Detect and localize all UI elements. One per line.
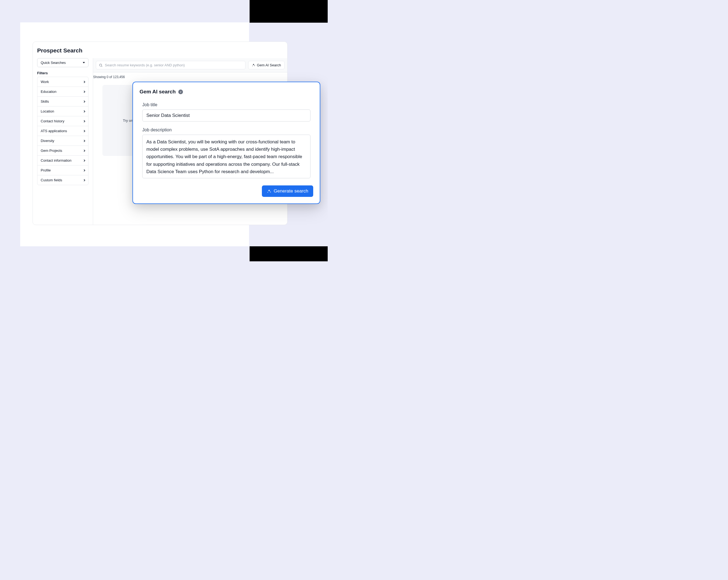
job-description-textarea[interactable]: As a Data Scientist, you will be working… bbox=[142, 135, 310, 178]
results-count: Showing 0 of 123,456 bbox=[93, 72, 287, 82]
filter-label: Contact information bbox=[41, 158, 72, 162]
job-title-group: Job title bbox=[139, 102, 313, 122]
search-input[interactable] bbox=[105, 63, 242, 67]
info-icon[interactable]: i bbox=[178, 89, 183, 94]
job-title-input[interactable] bbox=[142, 109, 310, 122]
decorative-bar-top bbox=[250, 0, 328, 23]
filter-label: Location bbox=[41, 109, 54, 113]
decorative-bar-bottom bbox=[250, 246, 328, 261]
chevron-right-icon bbox=[83, 179, 85, 181]
filter-item-education[interactable]: Education bbox=[37, 87, 88, 97]
filter-item-custom-fields[interactable]: Custom fields bbox=[37, 175, 88, 185]
filter-item-ats-applications[interactable]: ATS applications bbox=[37, 126, 88, 136]
filter-item-diversity[interactable]: Diversity bbox=[37, 136, 88, 146]
filter-item-contact-information[interactable]: Contact information bbox=[37, 156, 88, 165]
chevron-right-icon bbox=[83, 110, 85, 112]
filter-item-contact-history[interactable]: Contact history bbox=[37, 116, 88, 126]
chevron-right-icon bbox=[83, 90, 85, 93]
generate-button-label: Generate search bbox=[274, 188, 308, 194]
filter-label: ATS applications bbox=[41, 129, 67, 133]
filters-list: Work Education Skills Location Contact h… bbox=[37, 77, 88, 185]
generate-search-button[interactable]: Generate search bbox=[262, 185, 313, 197]
chevron-right-icon bbox=[83, 120, 85, 122]
chevron-right-icon bbox=[83, 149, 85, 152]
chevron-right-icon bbox=[83, 81, 85, 83]
filter-label: Custom fields bbox=[41, 178, 62, 182]
quick-searches-label: Quick Searches bbox=[41, 61, 66, 65]
ai-search-label: Gem AI Search bbox=[257, 63, 281, 67]
filter-label: Skills bbox=[41, 99, 49, 104]
filter-item-profile[interactable]: Profile bbox=[37, 165, 88, 175]
filter-item-work[interactable]: Work bbox=[37, 77, 88, 87]
filter-item-location[interactable]: Location bbox=[37, 106, 88, 116]
filter-label: Diversity bbox=[41, 139, 54, 143]
sidebar: Quick Searches Filters Work Education Sk… bbox=[33, 58, 93, 225]
placeholder-text: Try on bbox=[123, 118, 133, 123]
search-input-wrapper[interactable] bbox=[96, 61, 245, 69]
filter-label: Work bbox=[41, 80, 49, 84]
chevron-right-icon bbox=[83, 130, 85, 132]
job-description-label: Job description bbox=[142, 128, 310, 132]
modal-title: Gem AI search bbox=[139, 89, 176, 95]
svg-line-1 bbox=[101, 66, 102, 67]
search-bar-row: Gem AI Search bbox=[93, 58, 287, 72]
job-title-label: Job title bbox=[142, 102, 310, 107]
page-title: Prospect Search bbox=[33, 42, 287, 58]
chevron-right-icon bbox=[83, 159, 85, 161]
ai-search-modal: Gem AI search i Job title Job descriptio… bbox=[132, 82, 320, 204]
ai-search-button[interactable]: Gem AI Search bbox=[248, 61, 285, 69]
chevron-right-icon bbox=[83, 100, 85, 102]
sparkle-icon bbox=[252, 63, 255, 67]
filter-item-skills[interactable]: Skills bbox=[37, 97, 88, 106]
caret-down-icon bbox=[83, 62, 85, 63]
filter-label: Profile bbox=[41, 168, 51, 172]
search-icon bbox=[99, 63, 103, 67]
chevron-right-icon bbox=[83, 169, 85, 171]
filters-heading: Filters bbox=[37, 71, 88, 75]
sparkle-icon bbox=[267, 189, 271, 193]
filter-label: Gem Projects bbox=[41, 149, 62, 153]
quick-searches-dropdown[interactable]: Quick Searches bbox=[37, 58, 88, 67]
svg-point-0 bbox=[99, 64, 102, 66]
filter-item-gem-projects[interactable]: Gem Projects bbox=[37, 146, 88, 156]
modal-footer: Generate search bbox=[139, 185, 313, 197]
filter-label: Contact history bbox=[41, 119, 64, 123]
chevron-right-icon bbox=[83, 139, 85, 142]
job-description-group: Job description As a Data Scientist, you… bbox=[139, 128, 313, 179]
filter-label: Education bbox=[41, 89, 56, 94]
modal-header: Gem AI search i bbox=[139, 89, 313, 95]
